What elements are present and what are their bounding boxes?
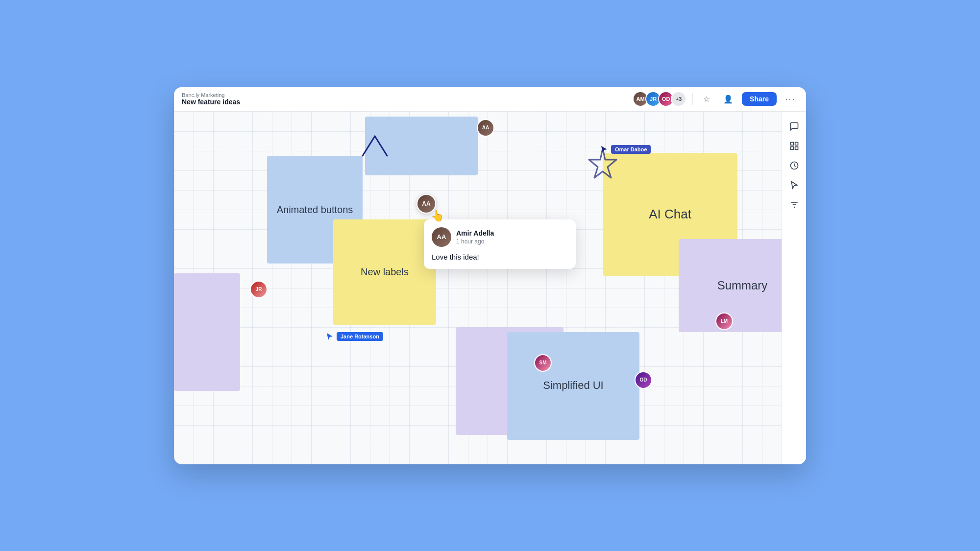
cursor-arrow-icon	[600, 145, 608, 154]
canvas-avatar-bottom-right[interactable]: OD	[635, 371, 652, 389]
filter-toolbar-button[interactable]	[785, 196, 803, 214]
svg-rect-3	[795, 146, 798, 149]
timer-toolbar-button[interactable]	[785, 157, 803, 174]
note-new-labels[interactable]: New labels	[333, 219, 436, 325]
comment-text: Love this idea!	[432, 253, 568, 261]
note-simplified-ui[interactable]: Simplified UI	[507, 332, 639, 440]
star-button[interactable]: ☆	[699, 91, 714, 107]
jane-cursor: Jane Rotanson	[326, 332, 383, 341]
note-purple-left[interactable]	[174, 273, 240, 391]
header: Banc.ly Marketing New feature ideas AM J…	[174, 87, 806, 112]
cursor-toolbar-button[interactable]	[785, 176, 803, 194]
comment-popup[interactable]: AA 👆 AA Amir Adella 1 hour ago Love this…	[424, 219, 576, 269]
canvas-avatar-simplified[interactable]: SM	[534, 354, 552, 372]
avatars-group: AM JR OD +3	[633, 91, 686, 107]
avatar-count[interactable]: +3	[671, 91, 686, 107]
comment-time: 1 hour ago	[456, 238, 494, 245]
breadcrumb: Banc.ly Marketing New feature ideas	[182, 92, 633, 106]
canvas-avatar-summary[interactable]: LM	[715, 312, 733, 330]
svg-line-8	[363, 136, 375, 156]
breadcrumb-parent: Banc.ly Marketing	[182, 92, 633, 98]
hand-cursor-icon: 👆	[431, 210, 444, 222]
canvas-avatar-left[interactable]: JR	[250, 281, 268, 298]
canvas-avatar-top[interactable]: AA	[477, 119, 494, 137]
omar-name-tag: Omar Daboe	[611, 145, 651, 154]
svg-rect-2	[790, 146, 793, 149]
jane-cursor-arrow-icon	[326, 332, 334, 341]
header-right: AM JR OD +3 ☆ 👤 Share ···	[633, 91, 798, 107]
jane-name-tag: Jane Rotanson	[337, 332, 383, 341]
layout-toolbar-button[interactable]	[785, 137, 803, 155]
more-options-button[interactable]: ···	[783, 91, 798, 107]
right-toolbar	[782, 112, 806, 464]
breadcrumb-title: New feature ideas	[182, 98, 633, 106]
svg-rect-0	[790, 142, 793, 145]
comment-user-name: Amir Adella	[456, 229, 494, 237]
share-button[interactable]: Share	[742, 92, 777, 106]
comment-header: AA Amir Adella 1 hour ago	[432, 227, 568, 247]
comment-avatar: AA	[432, 227, 451, 247]
svg-rect-1	[795, 142, 798, 145]
profile-button[interactable]: 👤	[720, 91, 736, 107]
svg-line-9	[375, 136, 387, 156]
omar-cursor: Omar Daboe	[600, 145, 651, 154]
comment-user-info: Amir Adella 1 hour ago	[456, 229, 494, 245]
comment-toolbar-button[interactable]	[785, 118, 803, 135]
pencil-decoration	[348, 131, 397, 163]
header-divider	[692, 93, 693, 105]
app-window: Banc.ly Marketing New feature ideas AM J…	[174, 87, 806, 464]
